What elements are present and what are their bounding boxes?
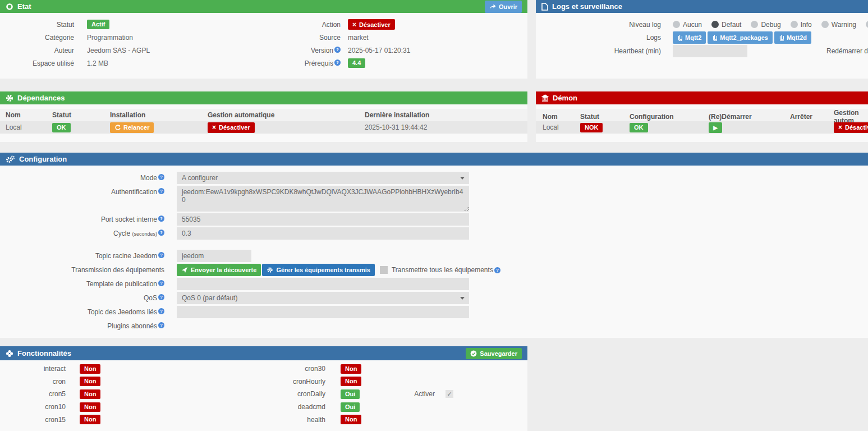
cycle-input[interactable] (177, 227, 469, 240)
dependances-table-header: Nom Statut Installation Gestion automati… (0, 109, 527, 121)
version-value: 2025-05-17 01:20:31 (348, 47, 410, 54)
help-icon[interactable]: ? (158, 294, 164, 300)
heartbeat-input[interactable] (673, 45, 747, 57)
log-mqtt2-button[interactable]: Mqtt2 (673, 31, 706, 44)
feature-badge: Non (80, 389, 100, 399)
paperclip-icon (677, 34, 682, 41)
gerer-equipements-button[interactable]: Gérer les équipements transmis (262, 264, 375, 276)
feature-label: cron30 (99, 365, 325, 373)
desactiver-plugin-label: Désactiver (359, 21, 391, 28)
radio-icon (673, 21, 680, 28)
log-mqtt2-packages-button[interactable]: Mqtt2_packages (708, 31, 773, 44)
check-circle-icon (470, 350, 477, 357)
check-icon: ✓ (447, 391, 452, 397)
help-icon[interactable]: ? (158, 188, 164, 194)
fonctionnalites-title: Fonctionnalités (17, 349, 71, 357)
feature-badge: Oui (341, 402, 360, 412)
help-icon[interactable]: ? (334, 47, 341, 53)
play-icon: ▶ (713, 125, 718, 131)
dep-last-install: 2025-10-31 19:44:42 (365, 123, 522, 131)
start-daemon-button[interactable]: ▶ (709, 122, 722, 133)
radio-aucun[interactable]: Aucun (673, 21, 702, 29)
qos-select[interactable]: QoS 0 (par défaut) (177, 292, 469, 304)
feature-badge: Oui (341, 389, 360, 399)
feature-label: interact (0, 365, 66, 373)
envoyer-decouverte-button[interactable]: Envoyer la découverte (177, 264, 261, 276)
transmettre-checkbox[interactable] (380, 266, 388, 274)
dependances-panel-header: Dépendances (0, 91, 527, 104)
radio-warning[interactable]: Warning (821, 21, 856, 29)
dep-desactiver-button[interactable]: × Désactiver (208, 122, 255, 133)
log-level-radio-group: Aucun Defaut Debug Info Warning Error (673, 21, 868, 29)
demon-config-badge: OK (630, 123, 648, 132)
mode-label: Mode? (0, 172, 177, 182)
demon-panel-header: Démon (536, 91, 868, 104)
gear-icon (267, 267, 273, 273)
feature-row: cron15 Non health Non (0, 413, 527, 426)
help-icon[interactable]: ? (334, 59, 341, 66)
radio-defaut[interactable]: Defaut (711, 21, 741, 29)
activer-label: Activer (360, 390, 435, 398)
port-socket-input[interactable] (177, 213, 469, 226)
radio-info[interactable]: Info (791, 21, 812, 29)
feature-badge: Non (341, 377, 361, 386)
logs-panel-header: Logs et surveillance (536, 0, 868, 13)
feature-badge: Non (341, 415, 361, 424)
help-icon[interactable]: ? (158, 252, 164, 258)
feature-label: cron15 (0, 416, 66, 424)
radio-debug[interactable]: Debug (751, 21, 780, 29)
configuration-panel-header: Configuration (0, 153, 868, 166)
niveau-log-label: Niveau log (536, 21, 673, 29)
paper-plane-icon (181, 267, 188, 273)
demon-status-badge: NOK (580, 123, 603, 132)
bank-icon (541, 94, 549, 102)
template-publication-label: Template de publication? (0, 278, 177, 288)
close-icon: × (838, 123, 842, 131)
topic-jeedoms-input[interactable] (177, 306, 469, 318)
help-icon[interactable]: ? (158, 322, 164, 328)
relancer-button[interactable]: Relancer (110, 122, 154, 133)
demon-name: Local (543, 123, 580, 131)
close-icon: × (352, 21, 356, 29)
fonctionnalites-panel: Fonctionnalités Sauvegarder interact Non… (0, 346, 527, 431)
paperclip-icon (779, 34, 784, 41)
transmettre-label: Transmettre tous les équipements (392, 266, 493, 274)
feature-row: interact Non cron30 Non (0, 363, 527, 375)
source-label: Source (264, 34, 348, 42)
espace-label: Espace utilisé (0, 59, 87, 67)
statut-badge: Actif (87, 20, 109, 29)
help-icon[interactable]: ? (494, 267, 500, 273)
help-icon[interactable]: ? (158, 280, 164, 286)
feature-label: deadcmd (99, 403, 325, 411)
redemarrer-label: Redémarrer d (826, 47, 868, 55)
feature-badge: Non (80, 415, 100, 424)
espace-value: 1.2 MB (87, 59, 108, 67)
ouvrir-button[interactable]: Ouvrir (485, 1, 522, 13)
authentification-textarea[interactable]: jeedom:EewA1v9kpgh8xWSPC9KDK8whQtJwDQlVA… (177, 186, 469, 212)
feature-label: cronDaily (99, 390, 325, 398)
help-icon[interactable]: ? (158, 174, 164, 180)
status-ring-icon (6, 3, 13, 11)
authentification-label: Authentification? (0, 186, 177, 196)
gear-icon (6, 94, 13, 102)
help-icon[interactable]: ? (158, 216, 164, 222)
topic-racine-label: Topic racine Jeedom? (0, 250, 177, 260)
demon-desactiver-button[interactable]: × Désactiver (834, 122, 868, 133)
radio-icon (821, 21, 829, 28)
template-publication-input[interactable] (177, 278, 469, 290)
feature-row: cron5 Non cronDaily Oui Activer ✓ (0, 388, 527, 401)
etat-left-column: Statut Actif Catégorie Programmation Aut… (0, 18, 264, 70)
feature-row: cron10 Non deadcmd Oui (0, 401, 527, 414)
activer-checkbox[interactable]: ✓ (446, 390, 453, 398)
topic-racine-input[interactable] (177, 250, 251, 262)
mode-select[interactable]: A configurer (177, 172, 469, 184)
help-icon[interactable]: ? (158, 230, 164, 236)
desactiver-plugin-button[interactable]: × Désactiver (348, 19, 395, 30)
feature-label: cron5 (0, 390, 66, 398)
radio-error[interactable]: Error (866, 21, 868, 29)
gears-icon (6, 155, 15, 163)
log-mqtt2d-button[interactable]: Mqtt2d (774, 31, 811, 44)
sauvegarder-button[interactable]: Sauvegarder (466, 348, 522, 359)
help-icon[interactable]: ? (158, 308, 164, 314)
logs-title: Logs et surveillance (552, 2, 622, 11)
